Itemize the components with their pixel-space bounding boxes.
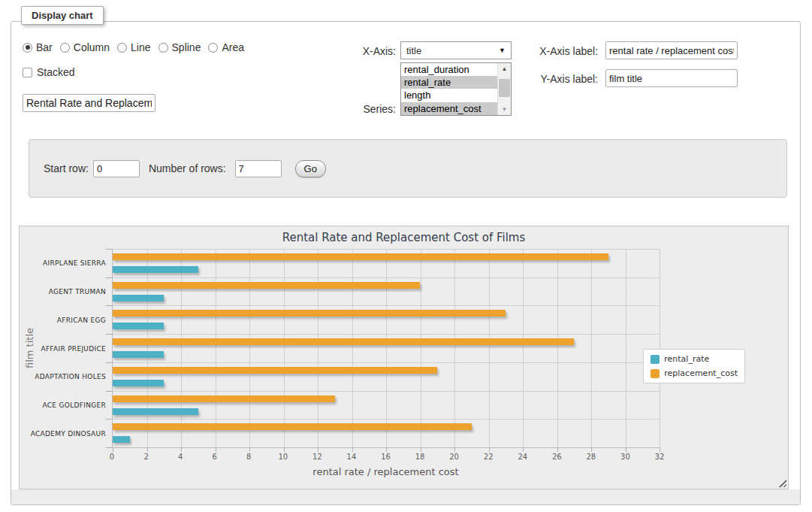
bar-rental_rate [113,408,198,415]
radio-label: Bar [36,41,53,53]
radio-icon[interactable] [158,43,168,53]
radio-label: Area [222,41,244,53]
bar-rental_rate [113,351,164,358]
bar-replacement_cost [113,423,472,430]
gridline [318,249,318,447]
gridline [591,249,592,447]
gridline [660,249,660,447]
band-line [113,362,660,363]
radio-icon[interactable] [117,43,127,53]
legend-label: rental_rate [664,354,709,364]
gridline [284,249,285,447]
band-line [113,277,660,278]
gridline [454,249,455,447]
series-option-replacement_cost[interactable]: replacement_cost [401,102,497,115]
radio-icon[interactable] [60,43,70,53]
number-of-rows-input[interactable] [235,160,282,177]
band-line [113,305,660,306]
legend-item-rental_rate[interactable]: rental_rate [651,354,738,364]
category-label: AIRPLANE SIERRA [43,259,106,267]
chart-legend: rental_ratereplacement_cost [643,349,745,383]
x-tick [557,448,558,452]
go-button[interactable]: Go [295,160,326,177]
x-tick-label: 6 [213,453,217,461]
y-tick [106,249,112,250]
bar-rental_rate [113,323,164,329]
scroll-down-icon[interactable]: ▼ [498,104,511,115]
x-tick [660,448,660,452]
y-axis-label-input[interactable] [605,69,738,87]
x-tick [352,448,353,452]
stacked-checkbox[interactable] [23,68,32,77]
legend-swatch [651,355,660,364]
x-tick-label: 8 [246,453,251,461]
stacked-checkbox-row[interactable]: Stacked [23,66,75,78]
x-tick [386,448,387,452]
resize-handle-icon[interactable] [778,479,786,487]
radio-label: Spline [172,41,201,53]
chart-type-radio-group: BarColumnLineSplineArea [23,41,252,53]
x-tick [113,448,113,452]
x-tick-label: 30 [620,453,630,461]
y-tick [106,277,112,278]
x-tick-label: 2 [143,453,148,461]
x-tick [591,448,592,452]
chart-type-radio-line[interactable]: Line [117,41,150,53]
x-tick-label: 10 [278,453,288,461]
series-listbox[interactable]: rental_durationrental_ratelengthreplacem… [400,62,512,116]
gridline [626,249,626,447]
legend-label: replacement_cost [664,368,738,378]
gridline [216,249,216,447]
series-listbox-label: Series: [315,103,396,115]
chart-type-radio-column[interactable]: Column [60,41,110,53]
gridline [249,249,250,447]
category-label: AGENT TRUMAN [49,288,106,295]
y-tick [106,447,112,448]
listbox-scrollbar[interactable]: ▲ ▼ [497,63,511,115]
chart-title: Rental Rate and Replacement Cost of Film… [20,231,788,244]
stacked-label: Stacked [37,66,75,78]
radio-label: Line [131,41,150,53]
x-tick-label: 18 [415,453,425,461]
legend-item-replacement_cost[interactable]: replacement_cost [651,368,738,378]
chart-title-input[interactable] [23,94,155,112]
chart-type-radio-bar[interactable]: Bar [23,41,53,53]
start-row-label: Start row: [44,162,89,174]
series-option-length[interactable]: length [401,89,497,101]
x-tick-label: 4 [178,453,183,461]
gridline [352,249,353,447]
x-axis-title: rental rate / replacement cost [112,466,660,477]
bar-replacement_cost [113,310,506,317]
x-axis-label-input[interactable] [605,41,738,59]
series-options: rental_durationrental_ratelengthreplacem… [401,63,497,115]
x-tick-label: 12 [312,453,322,461]
series-option-rental_rate[interactable]: rental_rate [401,76,497,89]
bar-replacement_cost [113,338,574,345]
x-axis-select-label: X-Axis: [315,45,396,57]
series-option-rental_duration[interactable]: rental_duration [401,63,497,76]
radio-icon[interactable] [23,43,32,53]
band-line [113,334,660,335]
chart-type-radio-spline[interactable]: Spline [158,41,201,53]
radio-icon[interactable] [208,43,218,53]
scrollbar-thumb[interactable] [499,79,510,97]
x-tick-label: 26 [552,453,562,461]
x-tick-label: 32 [655,453,665,461]
start-row-input[interactable] [93,160,140,177]
scroll-up-icon[interactable]: ▲ [498,63,511,74]
y-tick [106,391,112,392]
bar-replacement_cost [113,253,608,260]
x-axis-label-label: X-Axis label: [518,45,598,57]
chart-type-radio-area[interactable]: Area [208,41,244,53]
x-tick [181,448,182,452]
fieldset-legend: Display chart [21,6,104,25]
x-axis-select[interactable]: title ▼ [400,41,512,59]
x-tick-label: 24 [518,453,527,461]
bar-replacement_cost [113,282,420,289]
category-label: ACADEMY DINOSAUR [31,430,106,438]
y-category-labels: AIRPLANE SIERRAAGENT TRUMANAFRICAN EGGAF… [20,249,106,448]
category-label: AFRICAN EGG [57,317,106,324]
gridline [489,249,490,447]
bar-rental_rate [113,295,164,301]
x-tick-label: 28 [587,453,596,461]
